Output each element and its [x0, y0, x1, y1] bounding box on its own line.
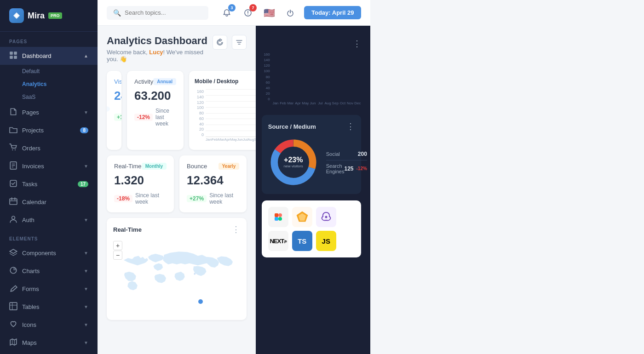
filter-icon[interactable]	[232, 35, 247, 50]
tables-label: Tables	[22, 303, 79, 310]
realtime-value: 1.320	[114, 173, 167, 188]
svg-rect-41	[275, 213, 278, 217]
tasks-badge: 17	[78, 181, 88, 187]
projects-label: Projects	[22, 127, 75, 134]
mobile-desktop-title: Mobile / Desktop	[195, 78, 238, 85]
sidebar-item-calendar[interactable]: Calendar	[0, 193, 98, 211]
pages-section-label: PAGES	[0, 32, 98, 47]
svg-point-24	[247, 14, 248, 15]
calendar-icon	[9, 197, 17, 207]
alerts-btn[interactable]: 7	[241, 6, 255, 20]
layers-icon	[9, 248, 17, 258]
source-social-value: 200	[358, 151, 367, 157]
person-illustration	[107, 74, 117, 116]
invoices-chevron: ▼	[84, 164, 88, 169]
activity-badge: Annual	[153, 78, 176, 85]
sidebar-sub-default[interactable]: Default	[0, 65, 98, 78]
content-area: Analytics Dashboard Welcome back, Lucy! …	[98, 26, 370, 354]
orders-label: Orders	[22, 145, 88, 152]
cart-icon	[9, 143, 17, 153]
sidebar-item-maps[interactable]: Maps ▼	[0, 334, 98, 352]
tasks-icon	[9, 179, 17, 189]
dark-more-btn[interactable]: ⋮	[353, 39, 361, 49]
topbar-actions: 3 7 🇺🇸 Today: Apri	[219, 6, 361, 20]
typescript-logo: TS	[292, 231, 312, 251]
svg-point-4	[12, 149, 13, 150]
source-medium-more[interactable]: ⋮	[346, 121, 355, 131]
pages-chevron: ▼	[84, 110, 88, 115]
forms-icon	[9, 284, 17, 294]
sidebar-item-icons[interactable]: Icons ▼	[0, 316, 98, 334]
search-input[interactable]	[125, 9, 202, 16]
page-subtitle: Welcome back, Lucy! We've missed you. 👋	[107, 49, 213, 63]
svg-point-36	[194, 273, 196, 275]
svg-rect-44	[275, 217, 278, 221]
logo-icon	[9, 8, 24, 23]
sidebar-item-forms[interactable]: Forms ▼	[0, 280, 98, 298]
svg-point-5	[15, 149, 16, 150]
map-title: Real-Time	[113, 226, 142, 233]
main-content: 🔍 3 7	[98, 0, 370, 354]
source-engines-label: Search Engines	[326, 163, 345, 174]
dashboard-label: Dashboard	[22, 52, 79, 59]
invoice-icon	[9, 161, 17, 171]
realtime-card: Real-Time Monthly 1.320 -18% Since last …	[107, 155, 174, 212]
icons-label: Icons	[22, 321, 79, 328]
sidebar-item-orders[interactable]: Orders	[0, 139, 98, 157]
file-icon	[9, 108, 17, 117]
projects-badge: 8	[80, 127, 88, 133]
sidebar-item-projects[interactable]: Projects 8	[0, 121, 98, 139]
logo-area: Mira PRO	[0, 0, 98, 32]
svg-rect-3	[14, 56, 17, 59]
bounce-since: Since last week	[209, 192, 239, 205]
map-more-btn[interactable]: ⋮	[232, 224, 240, 234]
svg-rect-2	[10, 56, 13, 59]
figma-logo	[268, 207, 288, 227]
calendar-label: Calendar	[22, 199, 88, 206]
tables-chevron: ▼	[84, 304, 88, 309]
source-medium-card: Source / Medium ⋮	[262, 115, 362, 194]
today-button[interactable]: Today: April 29	[304, 6, 361, 19]
sidebar-sub-analytics[interactable]: Analytics	[0, 78, 98, 91]
tech-logos-card: NEXT.js TS JS	[262, 200, 362, 257]
sidebar-item-tables[interactable]: Tables ▼	[0, 298, 98, 316]
grid-icon	[9, 51, 17, 61]
nextjs-logo: NEXT.js	[268, 231, 288, 251]
zoom-out-btn[interactable]: −	[113, 251, 122, 260]
sidebar-item-invoices[interactable]: Invoices ▼	[0, 157, 98, 175]
page-title: Analytics Dashboard	[107, 35, 213, 47]
maps-chevron: ▼	[84, 340, 88, 345]
source-social-label: Social	[326, 151, 340, 157]
white-panel: Analytics Dashboard Welcome back, Lucy! …	[98, 26, 256, 354]
chevron-icon: ▲	[84, 53, 88, 58]
map-icon	[9, 338, 17, 348]
refresh-icon[interactable]	[213, 35, 227, 50]
sidebar-item-auth[interactable]: Auth ▼	[0, 211, 98, 229]
elements-section-label: ELEMENTS	[0, 229, 98, 244]
dark-chart-section: ⋮ 160140120100806040200	[262, 35, 362, 108]
power-btn[interactable]	[283, 6, 298, 20]
zoom-in-btn[interactable]: +	[113, 241, 122, 250]
sidebar-sub-saas[interactable]: SaaS	[0, 91, 98, 103]
map-card: Real-Time ⋮ + −	[107, 218, 247, 320]
svg-rect-42	[278, 213, 282, 217]
activity-card: Activity Annual 63.200 -12% Since last w…	[127, 71, 184, 150]
sidebar-item-dashboard[interactable]: Dashboard ▲	[0, 47, 98, 65]
sidebar-item-charts[interactable]: Charts ▼	[0, 262, 98, 280]
components-chevron: ▼	[84, 251, 88, 256]
source-engines-change: -12%	[356, 166, 367, 171]
sidebar-item-pages[interactable]: Pages ▼	[0, 103, 98, 121]
auth-chevron: ▼	[84, 217, 88, 223]
app-layout: Mira PRO PAGES Dashboard ▲ Default Analy…	[0, 0, 370, 354]
search-box[interactable]: 🔍	[107, 6, 208, 20]
svg-rect-1	[14, 51, 17, 55]
sidebar-item-components[interactable]: Components ▼	[0, 244, 98, 262]
source-medium-title: Source / Medium	[268, 123, 316, 130]
svg-rect-0	[10, 51, 13, 55]
notifications-btn[interactable]: 3	[219, 6, 234, 20]
source-engines-value: 125	[345, 166, 354, 172]
components-label: Components	[22, 250, 79, 257]
donut-percentage: +23%	[284, 156, 303, 164]
sidebar-item-tasks[interactable]: Tasks 17	[0, 175, 98, 193]
flag-btn[interactable]: 🇺🇸	[262, 6, 276, 20]
